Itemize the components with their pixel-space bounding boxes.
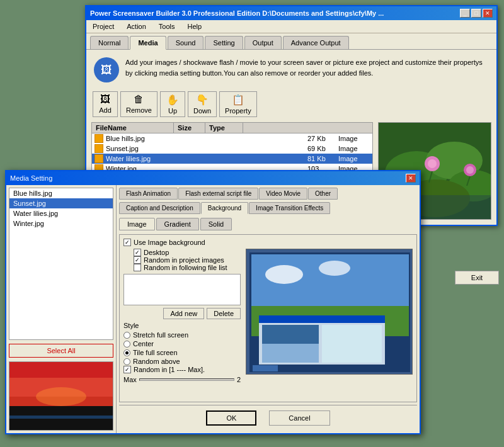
svg-rect-20 [9,416,113,419]
center-radio[interactable] [123,341,130,348]
col-filename: FileName [92,123,174,133]
table-row[interactable]: Blue hills.jpg 27 Kb Image [92,133,372,144]
tab-transition[interactable]: Image Transition Effects [249,202,330,214]
down-label: Down [193,107,211,115]
svg-point-7 [428,159,437,168]
max-slider-row: Max 2 [123,376,241,383]
up-button[interactable]: ✋ Up [160,91,185,117]
tab-advance-output[interactable]: Advance Output [283,36,349,49]
max-slider[interactable] [139,378,234,381]
table-row[interactable]: Sunset.jpg 69 Kb Image [92,144,372,154]
file-name: Sunset.jpg [13,200,46,207]
down-button[interactable]: 👇 Down [188,91,217,117]
tab-other[interactable]: Other [308,188,338,200]
menu-tools[interactable]: Tools [155,21,179,31]
use-image-bg-label: Use Image background [134,239,205,246]
dialog-body: Blue hills.jpg Sunset.jpg Water lilies.j… [6,185,420,433]
tab-caption[interactable]: Caption and Description [119,202,200,214]
tab-video-movie[interactable]: Video Movie [259,188,307,200]
cancel-button[interactable]: Cancel [269,410,329,426]
close-button[interactable]: ✕ [483,9,493,18]
info-section: 🖼 Add your images / shockwave flash / mo… [91,55,491,85]
delete-button[interactable]: Delete [207,308,241,319]
use-image-bg-check[interactable] [123,239,131,246]
max-value: 2 [237,376,241,383]
center-label: Center [133,340,154,348]
dialog-title-bar: Media Setting ✕ [6,171,420,185]
file-icon [94,154,103,163]
tab-flash-script[interactable]: Flash external script file [178,188,258,200]
desktop-check[interactable] [134,249,141,256]
dialog-close-button[interactable]: ✕ [406,174,416,183]
svg-rect-28 [259,315,385,323]
menu-help[interactable]: Help [184,21,206,31]
random-project-row: Random in project images [123,256,241,264]
random-file-label: Random in following file list [144,264,227,271]
table-row[interactable]: Water lilies.jpg 81 Kb Image [92,154,372,164]
inner-tab-gradient[interactable]: Gradient [156,218,199,230]
style-label: Style [123,322,241,329]
svg-rect-31 [322,325,382,363]
file-type: Image [338,135,370,142]
list-item[interactable]: Winter.jpg [9,218,113,229]
tab-background[interactable]: Background [201,202,248,214]
stretch-radio[interactable] [123,332,130,339]
file-name: Blue hills.jpg [106,135,305,142]
random-max-label: Random in [1 ---- Max]. [134,366,205,373]
random-file-check[interactable] [134,264,141,271]
screen-preview-area [246,249,413,383]
dialog-right-panel: Flash Animation Flash external script fi… [117,185,420,433]
style-random-row: Random above [123,357,241,366]
file-type: Image [338,155,370,162]
svg-point-18 [36,387,86,406]
down-icon: 👇 [196,94,209,106]
media-icon: 🖼 [94,57,119,82]
svg-rect-30 [262,325,319,344]
add-label: Add [99,106,112,114]
add-new-button[interactable]: Add new [163,308,204,319]
random-max-row: Random in [1 ---- Max]. [123,366,241,373]
ok-button[interactable]: OK [206,410,256,426]
inner-tabs-row: Image Gradient Solid [119,218,417,230]
list-item[interactable]: Water lilies.jpg [9,208,113,218]
main-window-title: Power Screensaver Builder 3.0 Profession… [90,9,384,17]
add-button[interactable]: 🖼 Add [93,91,118,117]
random-project-check[interactable] [134,256,141,264]
exit-button[interactable]: Exit [455,271,499,285]
main-tabs: Normal Media Sound Setting Output Advanc… [86,33,496,49]
tab-normal[interactable]: Normal [90,36,129,49]
remove-icon: 🗑 [134,94,144,105]
file-size: 69 Kb [307,145,336,152]
menu-project[interactable]: Project [89,21,118,31]
remove-button[interactable]: 🗑 Remove [120,91,158,117]
random-above-radio[interactable] [123,358,130,365]
select-all-button[interactable]: Select All [9,344,113,358]
tab-flash-animation[interactable]: Flash Animation [119,188,178,200]
desktop-label: Desktop [144,249,169,256]
maximize-button[interactable]: □ [471,9,481,18]
svg-point-25 [265,265,303,284]
tab-output[interactable]: Output [244,36,282,49]
property-label: Property [225,107,251,115]
remove-label: Remove [126,106,152,114]
file-name: Water lilies.jpg [106,155,305,162]
minimize-button[interactable]: _ [460,9,470,18]
tile-radio[interactable] [123,349,130,356]
list-item[interactable]: Sunset.jpg [9,198,113,208]
inner-tab-image[interactable]: Image [119,218,155,230]
tab-setting[interactable]: Setting [205,36,243,49]
random-max-check[interactable] [123,366,131,373]
dialog-title: Media Setting [10,174,52,182]
menu-action[interactable]: Action [123,21,150,31]
file-list-textarea[interactable] [123,274,241,305]
list-item[interactable]: Blue hills.jpg [9,188,113,198]
title-bar-buttons: _ □ ✕ [460,9,493,18]
main-title-bar: Power Screensaver Builder 3.0 Profession… [86,6,496,20]
inner-tab-solid[interactable]: Solid [200,218,232,230]
exit-button-area: Exit [455,271,499,285]
media-toolbar: 🖼 Add 🗑 Remove ✋ Up 👇 Down 📋 Property [91,90,491,118]
dialog-buttons-row: OK Cancel [119,405,417,431]
tab-sound[interactable]: Sound [168,36,204,49]
property-button[interactable]: 📋 Property [219,91,257,117]
tab-media[interactable]: Media [130,36,166,50]
